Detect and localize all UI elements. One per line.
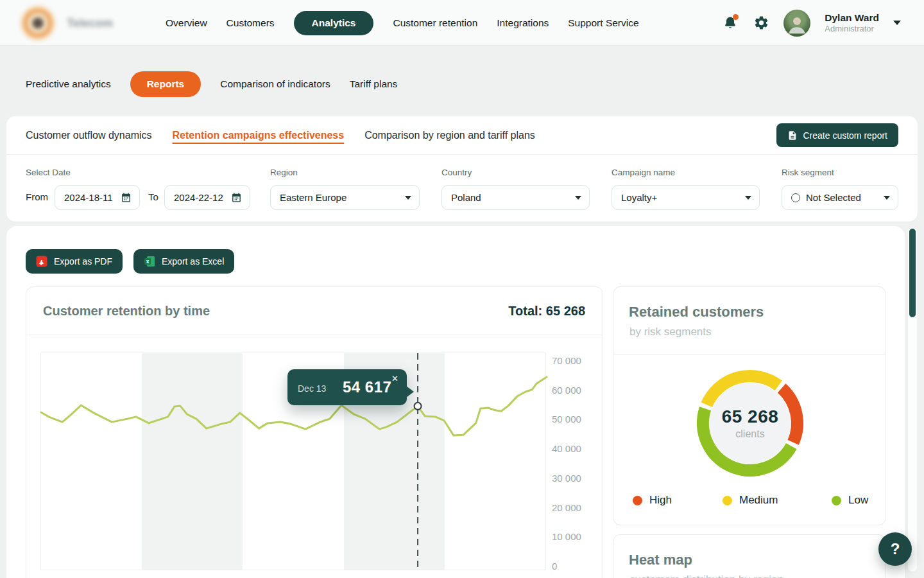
gear-icon [753, 15, 769, 31]
legend-dot-high [633, 496, 642, 505]
brand-name: Telecom [67, 17, 113, 30]
to-label: To [148, 191, 158, 202]
user-avatar[interactable] [783, 10, 810, 37]
page-scrollbar-thumb[interactable] [909, 229, 916, 317]
export-excel-button[interactable]: x Export as Excel [133, 249, 234, 274]
y-axis-tick-label: 20 000 [552, 502, 603, 513]
date-to-value: 2024-22-12 [174, 192, 223, 203]
pdf-icon [36, 256, 47, 267]
brand-logo[interactable] [21, 6, 55, 40]
subnav-tariff-plans[interactable]: Tariff plans [350, 78, 398, 90]
y-axis-tick-label: 40 000 [552, 443, 603, 454]
y-axis-tick-label: 50 000 [552, 414, 603, 425]
user-role: Administrator [825, 24, 879, 34]
divider [26, 335, 603, 335]
region-select[interactable]: Eastern Europe [270, 185, 420, 210]
notifications-button[interactable] [722, 15, 739, 31]
tab-comparison-by-region[interactable]: Comparison by region and tariff plans [364, 130, 535, 141]
legend-dot-medium [723, 496, 732, 505]
y-axis-tick-label: 30 000 [552, 473, 603, 484]
legend-item-low: Low [832, 494, 868, 507]
nav-analytics[interactable]: Analytics [294, 11, 374, 35]
create-custom-report-button[interactable]: Create custom report [776, 123, 899, 147]
legend-label-high: High [649, 494, 672, 507]
nav-customer-retention[interactable]: Customer retention [393, 17, 477, 29]
main-nav: Overview Customers Analytics Customer re… [166, 0, 639, 46]
svg-text:x: x [146, 258, 150, 265]
country-value: Poland [451, 192, 481, 203]
divider [6, 154, 918, 155]
heatmap-title: Heat map [629, 552, 692, 568]
y-axis-tick-label: 70 000 [552, 355, 603, 366]
tooltip-value: 54 617 [343, 378, 391, 396]
heatmap-subtitle: customers distribution by region [629, 574, 783, 578]
export-pdf-label: Export as PDF [54, 256, 112, 267]
export-pdf-button[interactable]: Export as PDF [26, 249, 123, 274]
filter-label-risk: Risk segment [782, 168, 834, 177]
page-scrollbar-track[interactable] [907, 227, 918, 572]
total-label: Total: [508, 304, 542, 318]
chevron-down-icon [745, 196, 751, 200]
header-actions: Dylan Ward Administrator [722, 0, 901, 46]
create-custom-report-label: Create custom report [803, 130, 888, 141]
report-content-card: Export as PDF x Export as Excel Customer… [6, 226, 905, 578]
donut-title: Retained customers [629, 304, 764, 320]
y-axis-tick-label: 60 000 [552, 385, 603, 396]
calendar-icon [231, 192, 242, 203]
filter-label-region: Region [270, 168, 298, 177]
tooltip-close-icon[interactable]: ✕ [389, 372, 400, 385]
report-controls-card: Customer outflow dynamics Retention camp… [6, 116, 918, 222]
tooltip-date: Dec 13 [298, 383, 326, 394]
country-select[interactable]: Poland [441, 185, 590, 210]
nav-support-service[interactable]: Support Service [568, 17, 638, 29]
nav-overview[interactable]: Overview [166, 17, 207, 29]
excel-icon: x [144, 256, 155, 267]
user-name: Dylan Ward [825, 12, 879, 24]
date-from-value: 2024-18-11 [64, 192, 113, 203]
help-button[interactable]: ? [878, 532, 912, 566]
from-label: From [26, 191, 48, 202]
donut-center-value: 65 268 [722, 407, 779, 427]
user-menu-chevron-icon[interactable] [893, 21, 901, 25]
chevron-down-icon [884, 196, 890, 200]
settings-button[interactable] [753, 15, 769, 31]
chart-tooltip: Dec 13 54 617 ✕ [287, 369, 407, 405]
highlight-marker[interactable] [415, 403, 422, 410]
risk-value: Not Selected [806, 192, 861, 203]
y-axis-tick-label: 0 [552, 561, 603, 572]
top-header: Telecom Overview Customers Analytics Cus… [0, 0, 924, 46]
legend-label-medium: Medium [739, 494, 778, 507]
filter-label-country: Country [441, 168, 472, 177]
chevron-down-icon [575, 196, 581, 200]
export-excel-label: Export as Excel [162, 256, 224, 267]
legend-dot-low [832, 496, 841, 505]
subnav-predictive-analytics[interactable]: Predictive analytics [26, 78, 111, 90]
user-info: Dylan Ward Administrator [825, 12, 879, 35]
legend-label-low: Low [848, 494, 868, 507]
tab-customer-outflow-dynamics[interactable]: Customer outflow dynamics [26, 130, 152, 141]
risk-donut-chart[interactable]: 65 268 clients [680, 353, 821, 494]
chart-title: Customer retention by time [43, 304, 210, 319]
legend-item-high: High [633, 494, 672, 507]
radio-circle-icon [791, 193, 800, 202]
subnav-reports[interactable]: Reports [130, 71, 201, 97]
retained-customers-card: Retained customers by risk segments 65 2… [613, 286, 886, 525]
date-from-input[interactable]: 2024-18-11 [55, 185, 140, 210]
donut-center-label: clients [735, 428, 764, 440]
donut-subtitle: by risk segments [629, 326, 712, 338]
subnav-comparison-of-indicators[interactable]: Comparison of indicators [220, 78, 330, 90]
filter-label-campaign: Campaign name [612, 168, 675, 177]
tab-retention-campaigns-effectiveness[interactable]: Retention campaigns effectiveness [173, 130, 345, 141]
y-axis-tick-label: 10 000 [552, 531, 603, 542]
chevron-down-icon [405, 196, 411, 200]
risk-segment-select[interactable]: Not Selected [782, 185, 898, 210]
campaign-select[interactable]: Loyalty+ [612, 185, 760, 210]
nav-integrations[interactable]: Integrations [497, 17, 549, 29]
donut-center: 65 268 clients [680, 353, 821, 494]
chart-total: Total: 65 268 [508, 304, 585, 319]
analytics-subnav: Predictive analytics Reports Comparison … [26, 71, 397, 98]
line-chart-plot[interactable]: Dec 13 54 617 ✕ 70 00060 00050 00040 000… [40, 353, 546, 570]
document-icon [787, 130, 798, 141]
nav-customers[interactable]: Customers [227, 17, 275, 29]
date-to-input[interactable]: 2024-22-12 [164, 185, 250, 210]
